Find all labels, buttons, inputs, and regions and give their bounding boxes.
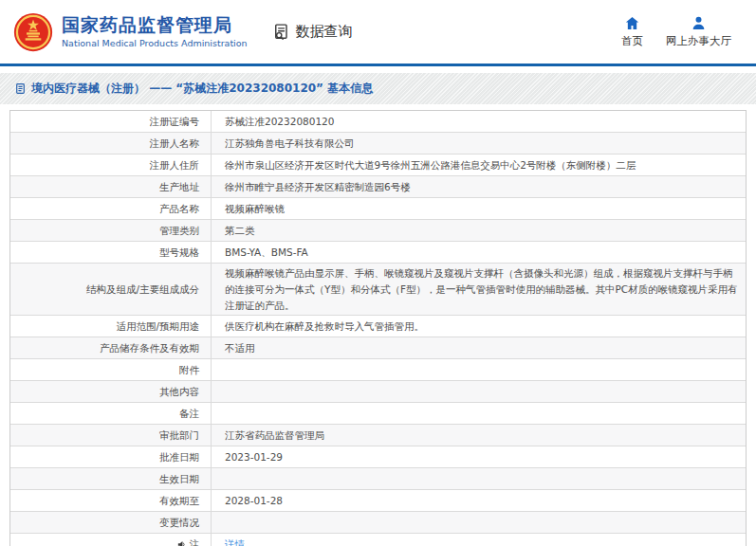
home-icon	[624, 15, 640, 31]
row-label: 注册人住所	[10, 155, 212, 175]
table-row: 管理类别第二类	[10, 220, 746, 242]
row-label: 备注	[10, 403, 212, 424]
row-value: 苏械注准20232080120	[212, 111, 746, 132]
header: 国家药品监督管理局 National Medical Products Admi…	[0, 0, 756, 66]
row-label: 适用范围/预期用途	[10, 316, 212, 337]
table-row: 注册证编号苏械注准20232080120	[10, 111, 746, 133]
nav-service-hall-label: 网上办事大厅	[666, 34, 731, 48]
row-label: 生产地址	[10, 176, 212, 197]
row-label: 其他内容	[10, 381, 212, 402]
table-row: 生产地址徐州市睢宁县经济开发区精密制造园6号楼	[10, 176, 746, 198]
row-label: 有效期至	[10, 490, 212, 511]
user-icon	[691, 15, 707, 31]
table-row: 产品名称视频麻醉喉镜	[10, 198, 746, 220]
row-label: 产品储存条件及有效期	[10, 337, 212, 358]
document-icon	[14, 82, 27, 95]
table-row: 结构及组成/主要组成成分视频麻醉喉镜产品由显示屏、手柄、喉镜窥视片及窥视片支撑杆…	[10, 264, 746, 316]
row-label: 注册证编号	[10, 111, 212, 132]
row-value	[212, 381, 746, 402]
table-row: 注册人名称江苏独角兽电子科技有限公司	[10, 133, 746, 155]
row-label: 注	[10, 534, 212, 546]
row-value: 供医疗机构在麻醉及抢救时导入气管插管用。	[212, 316, 746, 337]
row-value: 2023-01-29	[212, 446, 746, 467]
row-label: 变更情况	[10, 512, 212, 533]
row-value	[212, 359, 746, 380]
table-row: 注详情	[10, 534, 746, 546]
row-label: 审批部门	[10, 425, 212, 446]
breadcrumb-text: 境内医疗器械（注册） —— “苏械注准20232080120” 基本信息	[31, 81, 373, 97]
breadcrumb: 境内医疗器械（注册） —— “苏械注准20232080120” 基本信息	[0, 73, 756, 104]
row-value: 第二类	[212, 220, 746, 241]
nav-home-label: 首页	[621, 34, 643, 48]
row-value: 不适用	[212, 337, 746, 358]
brand-text: 国家药品监督管理局 National Medical Products Admi…	[62, 15, 248, 48]
row-value: 视频麻醉喉镜	[212, 198, 746, 219]
row-label: 批准日期	[10, 446, 212, 467]
brand: 国家药品监督管理局 National Medical Products Admi…	[13, 12, 248, 52]
table-row: 其他内容	[10, 381, 746, 403]
table-row: 产品储存条件及有效期不适用	[10, 337, 746, 359]
row-value: 徐州市睢宁县经济开发区精密制造园6号楼	[212, 176, 746, 197]
row-value: 2028-01-28	[212, 490, 746, 511]
table-row: 适用范围/预期用途供医疗机构在麻醉及抢救时导入气管插管用。	[10, 316, 746, 337]
row-label: 产品名称	[10, 198, 212, 219]
row-label: 注册人名称	[10, 133, 212, 154]
row-label: 生效日期	[10, 468, 212, 489]
nav-data-query[interactable]: 数据查询	[272, 23, 353, 42]
row-value	[212, 468, 746, 489]
table-row: 生效日期	[10, 468, 746, 490]
national-emblem-icon	[13, 12, 53, 52]
table-row: 备注	[10, 403, 746, 425]
table-row: 型号规格BMS-YA、BMS-FA	[10, 242, 746, 264]
row-value: 详情	[212, 534, 746, 546]
row-value	[212, 512, 746, 533]
table-row: 注册人住所徐州市泉山区经济开发区时代大道9号徐州五洲公路港信息交易中心2号附楼（…	[10, 155, 746, 176]
row-label: 管理类别	[10, 220, 212, 241]
table-row: 批准日期2023-01-29	[10, 446, 746, 468]
detail-link[interactable]: 详情	[225, 537, 245, 546]
site-title: 国家药品监督管理局	[62, 15, 248, 36]
table-row: 有效期至2028-01-28	[10, 490, 746, 512]
header-nav: 首页 网上办事大厅	[621, 15, 731, 48]
speaker-icon	[176, 539, 187, 546]
table-row: 变更情况	[10, 512, 746, 534]
row-label: 结构及组成/主要组成成分	[10, 264, 212, 315]
row-label: 附件	[10, 359, 212, 380]
row-value: 江苏独角兽电子科技有限公司	[212, 133, 746, 154]
row-value	[212, 403, 746, 424]
row-label: 型号规格	[10, 242, 212, 263]
row-value: BMS-YA、BMS-FA	[212, 242, 746, 263]
data-query-icon	[272, 23, 291, 42]
nav-service-hall[interactable]: 网上办事大厅	[666, 15, 731, 48]
nav-home[interactable]: 首页	[621, 15, 643, 48]
info-table: 注册证编号苏械注准20232080120注册人名称江苏独角兽电子科技有限公司注册…	[9, 110, 747, 546]
site-subtitle: National Medical Products Administration	[62, 38, 248, 48]
data-query-label: 数据查询	[296, 23, 353, 41]
row-value: 视频麻醉喉镜产品由显示屏、手柄、喉镜窥视片及窥视片支撑杆（含摄像头和光源）组成，…	[212, 264, 746, 315]
table-row: 审批部门江苏省药品监督管理局	[10, 425, 746, 446]
row-value: 江苏省药品监督管理局	[212, 425, 746, 446]
table-row: 附件	[10, 359, 746, 381]
row-value: 徐州市泉山区经济开发区时代大道9号徐州五洲公路港信息交易中心2号附楼（东侧附楼）…	[212, 155, 746, 175]
